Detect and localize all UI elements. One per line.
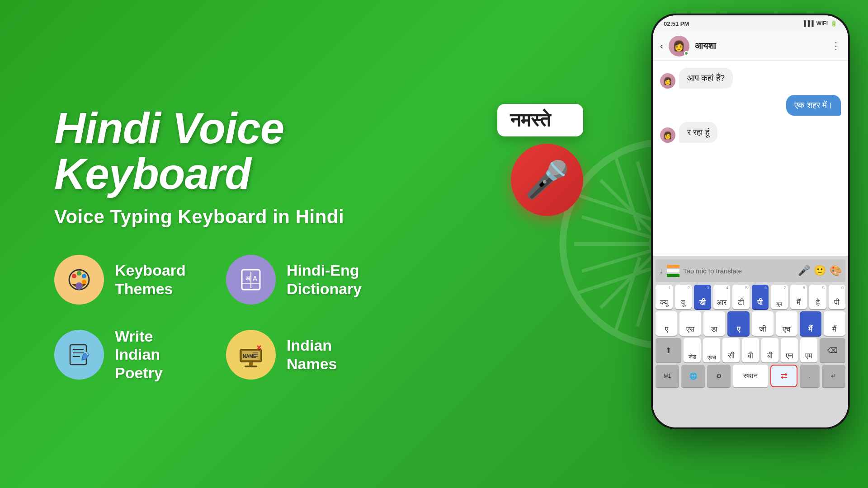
- keyboard-row-3: ⬆ जेड एक्स सी वी बी एन एम ⌫: [656, 338, 845, 362]
- settings-key[interactable]: ⚙: [707, 365, 731, 387]
- key-6[interactable]: 6पी: [752, 285, 769, 309]
- palette-icon: [66, 266, 93, 293]
- svg-point-31: [77, 271, 81, 276]
- arrow-down-icon[interactable]: ↓: [659, 266, 663, 276]
- key-0[interactable]: 0पी: [829, 285, 846, 309]
- dictionary-icon: अ A: [237, 266, 264, 293]
- key-k[interactable]: मैं: [824, 311, 845, 336]
- main-title: Hindi Voice Keyboard: [54, 106, 371, 197]
- svg-line-20: [579, 269, 651, 293]
- svg-point-33: [82, 280, 86, 284]
- names-icon: NAME: [237, 341, 264, 368]
- key-b[interactable]: बी: [761, 338, 778, 362]
- phone-inner: 02:51 PM ▐▐▐ WiFi 🔋 ‹ 👩 आयशा ⋮: [653, 15, 848, 427]
- chat-avatar: 👩: [669, 36, 689, 56]
- svg-point-32: [82, 274, 86, 278]
- status-bar: 02:51 PM ▐▐▐ WiFi 🔋: [653, 15, 848, 32]
- key-h[interactable]: एच: [776, 311, 797, 336]
- status-time: 02:51 PM: [664, 20, 689, 27]
- feature-keyboard-themes: KeyboardThemes: [54, 255, 199, 305]
- key-9[interactable]: 9हे: [809, 285, 826, 309]
- voice-overlay: नमस्ते 🎤: [497, 104, 583, 216]
- online-indicator: [684, 51, 689, 56]
- keyboard-row-2: ए एस डा ए जी एच मैं मैं: [656, 311, 845, 336]
- poetry-icon-circle: [54, 330, 104, 380]
- key-v[interactable]: वी: [742, 338, 759, 362]
- key-d[interactable]: डा: [703, 311, 725, 336]
- svg-line-13: [616, 158, 640, 230]
- feature-hindi-dictionary: अ A Hindi-EngDictionary: [226, 255, 371, 305]
- svg-line-17: [579, 196, 651, 220]
- message-received-2: 👩 र रहा हूं: [660, 122, 841, 143]
- chat-name: आयशा: [695, 41, 826, 51]
- svg-point-34: [75, 282, 83, 290]
- enter-key[interactable]: ↵: [822, 365, 845, 387]
- toolbar-hint: Tap mic to translate: [683, 267, 794, 275]
- india-flag: [667, 265, 679, 277]
- keyboard-themes-label: KeyboardThemes: [115, 261, 186, 298]
- palette-toolbar-icon[interactable]: 🎨: [830, 265, 842, 277]
- left-panel: Hindi Voice Keyboard Voice Typing Keyboa…: [27, 0, 398, 488]
- key-5[interactable]: 5टी: [732, 285, 750, 309]
- message-sent-1: एक शहर में।: [660, 95, 841, 116]
- key-1[interactable]: 1क्यू: [656, 285, 673, 309]
- keyboard-toolbar: ↓ Tap mic to translate 🎤 🙂 🎨: [656, 259, 845, 282]
- key-x[interactable]: एक्स: [703, 338, 720, 362]
- more-icon[interactable]: ⋮: [831, 40, 841, 52]
- bubble-received-2: र रहा हूं: [679, 122, 717, 143]
- key-2[interactable]: 2वू: [675, 285, 692, 309]
- key-n[interactable]: एन: [781, 338, 798, 362]
- translate-key[interactable]: ⇄: [770, 365, 797, 387]
- svg-line-16: [616, 258, 640, 330]
- mic-toolbar-icon[interactable]: 🎤: [798, 265, 810, 277]
- keyboard: ↓ Tap mic to translate 🎤 🙂 🎨 1क्यू 2वू: [653, 256, 848, 427]
- phone-frame: 02:51 PM ▐▐▐ WiFi 🔋 ‹ 👩 आयशा ⋮: [651, 14, 850, 429]
- feature-indian-names: NAME IndianNames: [226, 327, 371, 382]
- keyboard-row-1: 1क्यू 2वू 3डी 4आर 5टी 6पी 7यूम 8मैं 9हे …: [656, 285, 845, 309]
- key-f[interactable]: ए: [727, 311, 749, 336]
- space-key[interactable]: स्थान: [733, 365, 768, 387]
- svg-point-30: [72, 274, 76, 278]
- shift-key[interactable]: ⬆: [656, 338, 681, 362]
- key-3[interactable]: 3डी: [694, 285, 711, 309]
- key-g[interactable]: जी: [752, 311, 774, 336]
- message-received-1: 👩 आप कहां हैं?: [660, 68, 841, 89]
- key-j[interactable]: मैं: [800, 311, 821, 336]
- indian-names-label: IndianNames: [287, 336, 337, 373]
- key-8[interactable]: 8मैं: [790, 285, 807, 309]
- globe-key[interactable]: 🌐: [681, 365, 705, 387]
- namaste-bubble: नमस्ते: [497, 104, 583, 136]
- svg-text:A: A: [253, 275, 257, 282]
- feature-indian-poetry: Write IndianPoetry: [54, 327, 199, 382]
- bubble-sent-1: एक शहर में।: [786, 95, 841, 116]
- signal-icon: ▐▐▐: [802, 20, 814, 27]
- flag-white: [667, 269, 679, 272]
- received-avatar-2: 👩: [660, 127, 675, 143]
- emoji-icon[interactable]: 🙂: [814, 265, 826, 277]
- mic-button[interactable]: 🎤: [511, 144, 583, 216]
- key-7[interactable]: 7यूम: [771, 285, 788, 309]
- key-m[interactable]: एम: [800, 338, 817, 362]
- flag-green: [667, 274, 679, 277]
- backspace-key[interactable]: ⌫: [820, 338, 845, 362]
- battery-icon: 🔋: [830, 20, 837, 27]
- phone-mockup: नमस्ते 🎤 02:51 PM ▐▐▐ WiFi 🔋 ‹ 👩: [651, 14, 850, 429]
- key-z[interactable]: जेड: [684, 338, 701, 362]
- key-a[interactable]: ए: [656, 311, 677, 336]
- wifi-icon: WiFi: [816, 20, 828, 27]
- back-icon[interactable]: ‹: [660, 41, 663, 51]
- chat-area: 👩 आप कहां हैं? एक शहर में। 👩 र रहा हूं: [653, 61, 848, 187]
- period-key[interactable]: .: [800, 365, 820, 387]
- names-icon-circle: NAME: [226, 330, 276, 380]
- features-grid: KeyboardThemes अ A Hindi-EngDictionary: [54, 255, 371, 382]
- key-4[interactable]: 4आर: [713, 285, 731, 309]
- symbols-key[interactable]: !#1: [656, 365, 679, 387]
- svg-rect-54: [245, 366, 257, 367]
- hindi-dictionary-label: Hindi-EngDictionary: [287, 261, 362, 298]
- chat-header: ‹ 👩 आयशा ⋮: [653, 32, 848, 61]
- sub-title: Voice Typing Keyboard in Hindi: [54, 206, 371, 228]
- key-c[interactable]: सी: [722, 338, 740, 362]
- received-avatar: 👩: [660, 73, 675, 89]
- key-s[interactable]: एस: [679, 311, 701, 336]
- bubble-received-1: आप कहां हैं?: [679, 68, 733, 89]
